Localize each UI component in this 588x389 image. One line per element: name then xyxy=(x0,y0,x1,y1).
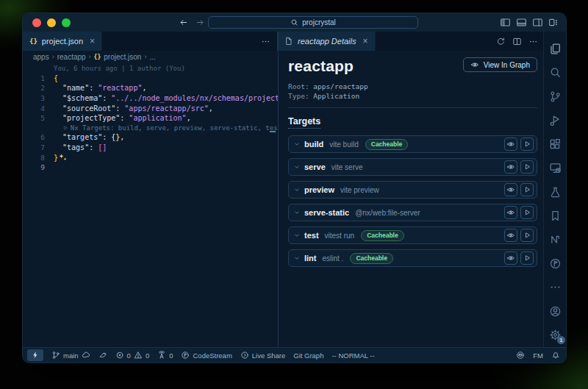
activity-extensions-icon[interactable] xyxy=(546,132,564,156)
refresh-icon[interactable] xyxy=(496,37,506,46)
activity-explorer-icon[interactable] xyxy=(546,37,564,60)
status-git-graph[interactable]: Git Graph xyxy=(293,351,323,360)
activity-source-control-icon[interactable] xyxy=(546,85,564,108)
layout-customize-icon[interactable] xyxy=(548,17,559,28)
command-center-search[interactable]: projcrystal xyxy=(208,16,418,29)
run-target-button[interactable] xyxy=(520,251,534,265)
breadcrumb-item-apps[interactable]: apps xyxy=(33,53,49,61)
activity-run-debug-icon[interactable] xyxy=(546,108,564,132)
project-root-row: Root: apps/reactapp xyxy=(288,82,539,91)
run-target-button[interactable] xyxy=(520,206,534,219)
tab-project-json[interactable]: {} project.json × xyxy=(23,32,102,51)
status-codestream[interactable]: CodeStream xyxy=(181,351,232,360)
search-icon xyxy=(290,18,298,26)
run-target-button[interactable] xyxy=(520,183,534,196)
breadcrumb-separator: › xyxy=(52,53,54,60)
run-target-button[interactable] xyxy=(520,138,534,151)
back-arrow-icon[interactable] xyxy=(179,18,188,27)
code-editor[interactable]: You, 6 hours ago | 1 author (You)1{2 "na… xyxy=(23,63,278,347)
cacheable-badge: Cacheable xyxy=(350,253,393,264)
view-target-config-button[interactable] xyxy=(504,251,517,265)
view-target-config-button[interactable] xyxy=(504,229,517,242)
line-number: 1 xyxy=(23,74,45,82)
more-actions-icon[interactable] xyxy=(261,37,270,46)
targets-heading: Targets xyxy=(288,116,320,129)
close-tab-icon[interactable]: × xyxy=(90,36,95,46)
close-tab-icon[interactable]: × xyxy=(363,36,368,46)
breadcrumb: apps›reactapp›{}project.json›... xyxy=(23,51,278,63)
activity-bookmarks-icon[interactable] xyxy=(546,204,564,227)
status-notifications[interactable] xyxy=(551,351,560,360)
line-number: 6 xyxy=(23,133,45,141)
activity-nx-console-icon[interactable] xyxy=(546,228,564,251)
view-in-graph-button[interactable]: View In Graph xyxy=(463,57,537,72)
status-live-share[interactable]: Live Share xyxy=(240,351,285,360)
layout-panel-icon[interactable] xyxy=(516,17,527,28)
activity-search-icon[interactable] xyxy=(546,60,564,84)
target-card-test[interactable]: testvitest runCacheable xyxy=(288,226,537,244)
layout-sidebar-left-icon[interactable] xyxy=(500,17,511,28)
minimize-window-button[interactable] xyxy=(47,18,56,27)
tab-reactapp-details[interactable]: reactapp Details × xyxy=(278,32,376,51)
chevron-down-icon[interactable] xyxy=(293,140,301,148)
target-card-preview[interactable]: previewvite preview xyxy=(288,181,537,199)
target-card-lint[interactable]: linteslint .Cacheable xyxy=(288,249,537,267)
activity-remote-explorer-icon[interactable] xyxy=(546,156,564,179)
live-share-icon xyxy=(240,351,249,360)
tab-label: project.json xyxy=(42,37,83,46)
file-icon xyxy=(284,37,293,46)
chevron-down-icon[interactable] xyxy=(293,254,301,262)
activity-codestream-icon[interactable] xyxy=(546,251,564,275)
more-actions-icon[interactable] xyxy=(528,37,538,46)
code-line-4: 4 "sourceRoot": "apps/reactapp/src", xyxy=(23,103,278,113)
bird-icon xyxy=(98,351,107,360)
tab-label: reactapp Details xyxy=(298,37,356,46)
breadcrumb-item-project-json[interactable]: {}project.json xyxy=(94,53,142,61)
status-ports[interactable]: 0 xyxy=(157,351,173,360)
target-name: serve-static xyxy=(304,208,349,217)
status-git-branch[interactable]: main xyxy=(51,351,90,360)
chevron-down-icon[interactable] xyxy=(293,163,301,171)
view-target-config-button[interactable] xyxy=(504,160,517,174)
cacheable-badge: Cacheable xyxy=(365,139,409,150)
view-target-config-button[interactable] xyxy=(504,206,517,219)
status-vim-mode[interactable]: -- NORMAL -- xyxy=(331,351,374,360)
activity-testing-icon[interactable] xyxy=(546,180,564,204)
right-editor-group-tabs: reactapp Details × xyxy=(278,32,545,51)
target-card-serve-static[interactable]: serve-static@nx/web:file-server xyxy=(288,204,537,221)
codestream-icon xyxy=(181,351,190,360)
status-remote-indicator[interactable] xyxy=(27,349,43,361)
breadcrumb-item-reactapp[interactable]: reactapp xyxy=(57,53,86,61)
forward-arrow-icon[interactable] xyxy=(196,18,205,27)
search-text: projcrystal xyxy=(302,18,336,26)
zoom-window-button[interactable] xyxy=(62,18,71,27)
run-target-button[interactable] xyxy=(520,229,534,242)
status-copilot[interactable] xyxy=(516,351,525,360)
nx-targets-codelens[interactable]: ▷Nx Targets: build, serve, preview, serv… xyxy=(23,124,278,133)
activity-settings-gear-icon[interactable]: 1 xyxy=(546,324,564,347)
chevron-down-icon[interactable] xyxy=(293,232,301,239)
close-window-button[interactable] xyxy=(32,18,41,27)
chevron-down-icon[interactable] xyxy=(293,186,301,193)
status-bird-indicator[interactable] xyxy=(98,351,107,360)
run-target-button[interactable] xyxy=(520,160,534,174)
chevron-down-icon[interactable] xyxy=(293,209,301,216)
target-card-serve[interactable]: servevite serve xyxy=(288,158,537,176)
view-target-config-button[interactable] xyxy=(504,138,517,151)
target-command: eslint . xyxy=(323,254,344,263)
target-card-build[interactable]: buildvite buildCacheable xyxy=(288,135,537,153)
split-editor-icon[interactable] xyxy=(512,37,522,46)
activity-account-icon[interactable] xyxy=(546,299,564,323)
status-problems[interactable]: 00 xyxy=(115,351,150,360)
view-target-config-button[interactable] xyxy=(504,183,517,196)
divider xyxy=(288,107,537,108)
breadcrumb-item--[interactable]: ... xyxy=(149,53,155,61)
status-fm-indicator[interactable]: FM xyxy=(533,351,543,360)
layout-sidebar-right-icon[interactable] xyxy=(532,17,543,28)
line-number: 2 xyxy=(23,84,45,92)
code-line-3: 3 "$schema": "../../node_modules/nx/sche… xyxy=(23,93,278,104)
line-number: 3 xyxy=(23,94,45,102)
desktop-background: projcrystal {} project.json × reactapp D… xyxy=(0,0,588,389)
line-number: 9 xyxy=(23,163,45,171)
activity-more-views-icon[interactable] xyxy=(546,276,564,299)
